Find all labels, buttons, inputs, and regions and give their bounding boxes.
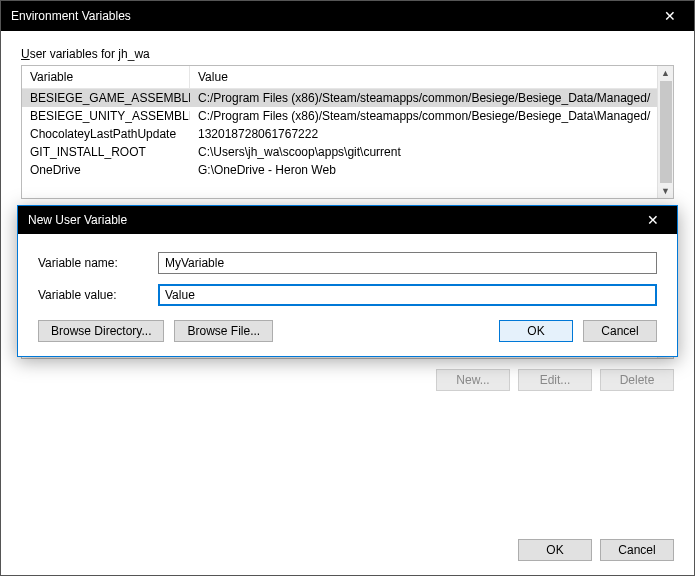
list-header: Variable Value bbox=[22, 66, 673, 89]
dialog-title: New User Variable bbox=[28, 213, 127, 227]
chevron-down-icon[interactable]: ▼ bbox=[659, 184, 672, 198]
ok-button[interactable]: OK bbox=[518, 539, 592, 561]
browse-file-button[interactable]: Browse File... bbox=[174, 320, 273, 342]
table-row[interactable]: ChocolateyLastPathUpdate 132018728061767… bbox=[22, 125, 673, 143]
window-titlebar: Environment Variables ✕ bbox=[1, 1, 694, 31]
dialog-body: Variable name: Variable value: Browse Di… bbox=[18, 234, 677, 356]
scrollbar[interactable]: ▲ ▼ bbox=[657, 66, 673, 198]
edit-button[interactable]: Edit... bbox=[518, 369, 592, 391]
new-button[interactable]: New... bbox=[436, 369, 510, 391]
close-icon[interactable]: ✕ bbox=[656, 8, 684, 24]
user-vars-label: User variables for jh_wa bbox=[21, 47, 674, 61]
dialog-buttons: Browse Directory... Browse File... OK Ca… bbox=[38, 320, 657, 342]
env-vars-window: Environment Variables ✕ User variables f… bbox=[0, 0, 695, 576]
scrollbar-thumb[interactable] bbox=[660, 81, 672, 183]
window-title: Environment Variables bbox=[11, 9, 131, 23]
close-icon[interactable]: ✕ bbox=[639, 212, 667, 228]
browse-directory-button[interactable]: Browse Directory... bbox=[38, 320, 164, 342]
new-user-variable-dialog: New User Variable ✕ Variable name: Varia… bbox=[17, 205, 678, 357]
cancel-button[interactable]: Cancel bbox=[600, 539, 674, 561]
user-rows: BESIEGE_GAME_ASSEMBLIES C:/Program Files… bbox=[22, 89, 673, 179]
table-row[interactable]: OneDrive G:\OneDrive - Heron Web bbox=[22, 161, 673, 179]
dialog-titlebar: New User Variable ✕ bbox=[18, 206, 677, 234]
delete-button[interactable]: Delete bbox=[600, 369, 674, 391]
user-vars-list[interactable]: Variable Value BESIEGE_GAME_ASSEMBLIES C… bbox=[21, 65, 674, 199]
variable-value-label: Variable value: bbox=[38, 288, 158, 302]
chevron-up-icon[interactable]: ▲ bbox=[659, 66, 672, 80]
variable-name-label: Variable name: bbox=[38, 256, 158, 270]
table-row[interactable]: BESIEGE_GAME_ASSEMBLIES C:/Program Files… bbox=[22, 89, 673, 107]
table-row[interactable]: GIT_INSTALL_ROOT C:\Users\jh_wa\scoop\ap… bbox=[22, 143, 673, 161]
window-footer: OK Cancel bbox=[1, 529, 694, 575]
variable-value-input[interactable] bbox=[158, 284, 657, 306]
system-buttons: New... Edit... Delete bbox=[21, 369, 674, 391]
ok-button[interactable]: OK bbox=[499, 320, 573, 342]
table-row[interactable]: BESIEGE_UNITY_ASSEMBLIES C:/Program File… bbox=[22, 107, 673, 125]
cancel-button[interactable]: Cancel bbox=[583, 320, 657, 342]
header-variable[interactable]: Variable bbox=[22, 66, 190, 88]
header-value[interactable]: Value bbox=[190, 66, 673, 88]
variable-name-input[interactable] bbox=[158, 252, 657, 274]
